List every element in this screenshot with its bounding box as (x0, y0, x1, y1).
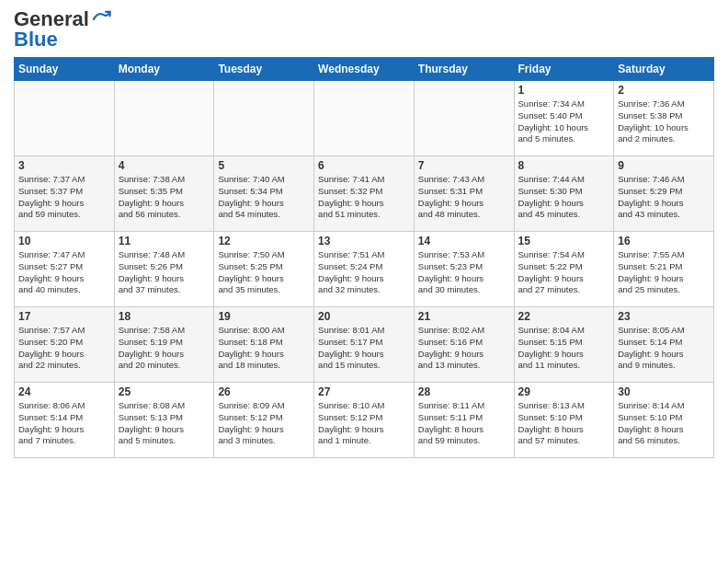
day-info: Sunrise: 7:41 AM Sunset: 5:32 PM Dayligh… (318, 174, 410, 221)
day-info: Sunrise: 8:14 AM Sunset: 5:10 PM Dayligh… (618, 400, 710, 447)
logo-general: General (14, 9, 89, 29)
header: GeneralBlue (14, 9, 714, 50)
day-number: 17 (18, 310, 110, 323)
day-number: 6 (318, 159, 410, 172)
calendar-cell (114, 81, 214, 156)
calendar-day-header: Tuesday (214, 58, 314, 81)
calendar-day-header: Thursday (414, 58, 514, 81)
calendar-cell: 1Sunrise: 7:34 AM Sunset: 5:40 PM Daylig… (514, 81, 614, 156)
calendar-cell: 28Sunrise: 8:11 AM Sunset: 5:11 PM Dayli… (414, 383, 514, 458)
calendar-cell: 7Sunrise: 7:43 AM Sunset: 5:31 PM Daylig… (414, 156, 514, 232)
calendar-cell: 4Sunrise: 7:38 AM Sunset: 5:35 PM Daylig… (114, 156, 214, 232)
day-info: Sunrise: 8:09 AM Sunset: 5:12 PM Dayligh… (218, 400, 310, 447)
calendar-cell (314, 81, 415, 156)
calendar-cell (214, 81, 314, 156)
day-number: 23 (618, 310, 710, 323)
day-info: Sunrise: 7:53 AM Sunset: 5:23 PM Dayligh… (418, 249, 510, 296)
calendar-week-row: 10Sunrise: 7:47 AM Sunset: 5:27 PM Dayli… (15, 232, 714, 307)
day-info: Sunrise: 8:02 AM Sunset: 5:16 PM Dayligh… (418, 325, 510, 372)
day-info: Sunrise: 7:54 AM Sunset: 5:22 PM Dayligh… (518, 249, 610, 296)
day-info: Sunrise: 7:51 AM Sunset: 5:24 PM Dayligh… (318, 249, 410, 296)
day-number: 19 (218, 310, 310, 323)
calendar-cell: 29Sunrise: 8:13 AM Sunset: 5:10 PM Dayli… (514, 383, 614, 458)
calendar-cell: 24Sunrise: 8:06 AM Sunset: 5:14 PM Dayli… (15, 383, 115, 458)
day-number: 7 (418, 159, 510, 172)
day-number: 21 (418, 310, 510, 323)
day-number: 5 (218, 159, 310, 172)
logo: GeneralBlue (14, 9, 111, 50)
calendar-week-row: 24Sunrise: 8:06 AM Sunset: 5:14 PM Dayli… (15, 383, 714, 458)
calendar-cell: 12Sunrise: 7:50 AM Sunset: 5:25 PM Dayli… (214, 232, 314, 307)
day-number: 22 (518, 310, 610, 323)
calendar-week-row: 3Sunrise: 7:37 AM Sunset: 5:37 PM Daylig… (15, 156, 714, 232)
calendar-cell: 20Sunrise: 8:01 AM Sunset: 5:17 PM Dayli… (314, 307, 415, 383)
calendar-day-header: Wednesday (314, 58, 415, 81)
day-number: 4 (119, 159, 210, 172)
calendar-cell: 15Sunrise: 7:54 AM Sunset: 5:22 PM Dayli… (514, 232, 614, 307)
day-number: 3 (18, 159, 110, 172)
day-info: Sunrise: 7:43 AM Sunset: 5:31 PM Dayligh… (418, 174, 510, 221)
calendar-cell: 30Sunrise: 8:14 AM Sunset: 5:10 PM Dayli… (614, 383, 714, 458)
calendar-cell: 16Sunrise: 7:55 AM Sunset: 5:21 PM Dayli… (614, 232, 714, 307)
day-number: 26 (218, 385, 310, 398)
day-info: Sunrise: 7:57 AM Sunset: 5:20 PM Dayligh… (18, 325, 110, 372)
calendar-cell: 22Sunrise: 8:04 AM Sunset: 5:15 PM Dayli… (514, 307, 614, 383)
day-info: Sunrise: 8:08 AM Sunset: 5:13 PM Dayligh… (119, 400, 210, 447)
calendar-day-header: Sunday (15, 58, 115, 81)
day-info: Sunrise: 8:04 AM Sunset: 5:15 PM Dayligh… (518, 325, 610, 372)
day-number: 1 (518, 84, 610, 97)
day-number: 24 (18, 385, 110, 398)
calendar-cell: 2Sunrise: 7:36 AM Sunset: 5:38 PM Daylig… (614, 81, 714, 156)
calendar-table: SundayMondayTuesdayWednesdayThursdayFrid… (14, 57, 714, 458)
day-info: Sunrise: 8:11 AM Sunset: 5:11 PM Dayligh… (418, 400, 510, 447)
logo-blue: Blue (14, 28, 58, 51)
day-info: Sunrise: 7:44 AM Sunset: 5:30 PM Dayligh… (518, 174, 610, 221)
day-number: 10 (18, 235, 110, 247)
day-info: Sunrise: 7:58 AM Sunset: 5:19 PM Dayligh… (119, 325, 210, 372)
calendar-cell: 25Sunrise: 8:08 AM Sunset: 5:13 PM Dayli… (114, 383, 214, 458)
day-info: Sunrise: 8:13 AM Sunset: 5:10 PM Dayligh… (518, 400, 610, 447)
day-number: 15 (518, 235, 610, 247)
logo-text: GeneralBlue (14, 9, 111, 50)
day-number: 29 (518, 385, 610, 398)
calendar-cell: 3Sunrise: 7:37 AM Sunset: 5:37 PM Daylig… (15, 156, 115, 232)
calendar-cell: 6Sunrise: 7:41 AM Sunset: 5:32 PM Daylig… (314, 156, 415, 232)
day-number: 14 (418, 235, 510, 247)
calendar-cell: 8Sunrise: 7:44 AM Sunset: 5:30 PM Daylig… (514, 156, 614, 232)
calendar-cell: 11Sunrise: 7:48 AM Sunset: 5:26 PM Dayli… (114, 232, 214, 307)
calendar-day-header: Saturday (614, 58, 714, 81)
day-info: Sunrise: 8:00 AM Sunset: 5:18 PM Dayligh… (218, 325, 310, 372)
calendar-cell: 10Sunrise: 7:47 AM Sunset: 5:27 PM Dayli… (15, 232, 115, 307)
calendar-cell: 23Sunrise: 8:05 AM Sunset: 5:14 PM Dayli… (614, 307, 714, 383)
calendar-cell: 9Sunrise: 7:46 AM Sunset: 5:29 PM Daylig… (614, 156, 714, 232)
day-number: 30 (618, 385, 710, 398)
day-info: Sunrise: 7:48 AM Sunset: 5:26 PM Dayligh… (119, 249, 210, 296)
calendar-cell (15, 81, 115, 156)
day-number: 12 (218, 235, 310, 247)
calendar-day-header: Monday (114, 58, 214, 81)
day-info: Sunrise: 7:55 AM Sunset: 5:21 PM Dayligh… (618, 249, 710, 296)
calendar-week-row: 17Sunrise: 7:57 AM Sunset: 5:20 PM Dayli… (15, 307, 714, 383)
day-number: 9 (618, 159, 710, 172)
calendar-cell: 17Sunrise: 7:57 AM Sunset: 5:20 PM Dayli… (15, 307, 115, 383)
day-info: Sunrise: 7:38 AM Sunset: 5:35 PM Dayligh… (119, 174, 210, 221)
day-info: Sunrise: 8:06 AM Sunset: 5:14 PM Dayligh… (18, 400, 110, 447)
calendar-cell: 18Sunrise: 7:58 AM Sunset: 5:19 PM Dayli… (114, 307, 214, 383)
day-info: Sunrise: 8:10 AM Sunset: 5:12 PM Dayligh… (318, 400, 410, 447)
day-info: Sunrise: 8:05 AM Sunset: 5:14 PM Dayligh… (618, 325, 710, 372)
day-info: Sunrise: 7:47 AM Sunset: 5:27 PM Dayligh… (18, 249, 110, 296)
day-info: Sunrise: 7:40 AM Sunset: 5:34 PM Dayligh… (218, 174, 310, 221)
calendar-week-row: 1Sunrise: 7:34 AM Sunset: 5:40 PM Daylig… (15, 81, 714, 156)
calendar-day-header: Friday (514, 58, 614, 81)
calendar-cell: 26Sunrise: 8:09 AM Sunset: 5:12 PM Dayli… (214, 383, 314, 458)
day-number: 27 (318, 385, 410, 398)
day-number: 25 (119, 385, 210, 398)
day-number: 20 (318, 310, 410, 323)
day-info: Sunrise: 7:34 AM Sunset: 5:40 PM Dayligh… (518, 98, 610, 145)
page: GeneralBlue SundayMondayTuesdayWednesday… (0, 0, 728, 467)
day-number: 13 (318, 235, 410, 247)
day-number: 8 (518, 159, 610, 172)
day-info: Sunrise: 7:50 AM Sunset: 5:25 PM Dayligh… (218, 249, 310, 296)
day-info: Sunrise: 7:36 AM Sunset: 5:38 PM Dayligh… (618, 98, 710, 145)
calendar-cell: 14Sunrise: 7:53 AM Sunset: 5:23 PM Dayli… (414, 232, 514, 307)
